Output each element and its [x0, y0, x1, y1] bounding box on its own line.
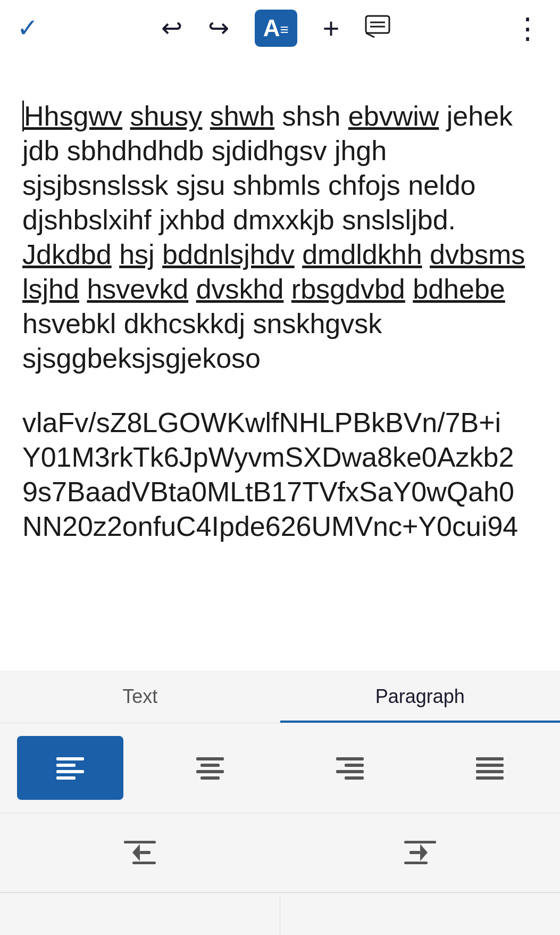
svg-marker-25	[420, 844, 428, 861]
text-word: bddnlsjhdv	[162, 239, 295, 270]
tab-paragraph[interactable]: Paragraph	[280, 671, 561, 723]
toolbar-center: ↩ ↪ A≡ +	[161, 10, 391, 47]
text-word: shwh	[210, 101, 274, 131]
text-word: Hhsgwv	[24, 101, 122, 131]
svg-rect-17	[476, 764, 504, 767]
svg-rect-4	[56, 757, 84, 760]
bottom-panel: Text Paragraph	[0, 671, 560, 935]
text-word: dmdldkhh	[302, 239, 422, 270]
svg-rect-10	[196, 770, 224, 773]
svg-rect-27	[404, 862, 428, 864]
svg-rect-13	[345, 764, 364, 767]
svg-rect-23	[132, 862, 156, 864]
svg-rect-18	[476, 770, 504, 773]
align-center-button[interactable]	[157, 736, 263, 800]
svg-rect-19	[476, 776, 504, 780]
text-word: ebvwiw	[348, 101, 439, 131]
paragraph-1[interactable]: Hhsgwv shusy shwh shsh ebvwiw jehek jdb …	[22, 88, 538, 376]
tab-bar: Text Paragraph	[0, 671, 560, 723]
svg-rect-0	[366, 16, 389, 33]
text-word: bdhebe	[413, 274, 505, 304]
text-word: lsjhd	[22, 274, 79, 304]
more-options-icon[interactable]: ⋮	[513, 14, 543, 43]
svg-rect-12	[336, 757, 364, 760]
comment-icon[interactable]	[365, 15, 390, 42]
bottom-placeholder-row	[0, 892, 560, 935]
svg-rect-22	[124, 841, 156, 843]
svg-rect-9	[200, 764, 220, 767]
text-format-button[interactable]: A≡	[255, 10, 297, 47]
svg-rect-24	[409, 851, 420, 854]
undo-icon[interactable]: ↩	[161, 15, 182, 41]
text-word: Jdkdbd	[22, 239, 112, 270]
text-word: hsvevkd	[87, 274, 188, 304]
text-word: dvbsms	[430, 239, 525, 270]
svg-marker-20	[132, 844, 140, 861]
indent-row	[0, 813, 560, 892]
svg-rect-11	[200, 776, 220, 780]
svg-rect-7	[56, 776, 76, 780]
text-word: hsj	[119, 239, 154, 270]
toolbar: ✓ ↩ ↪ A≡ + ⋮	[0, 0, 560, 56]
svg-rect-8	[196, 757, 224, 760]
svg-rect-6	[56, 770, 84, 773]
toolbar-right: ⋮	[513, 14, 543, 43]
tab-text[interactable]: Text	[0, 671, 280, 723]
svg-rect-16	[476, 757, 504, 760]
svg-rect-15	[345, 776, 364, 780]
svg-rect-26	[404, 841, 436, 843]
align-justify-button[interactable]	[437, 736, 543, 800]
svg-rect-5	[56, 764, 76, 767]
add-icon[interactable]: +	[323, 14, 340, 43]
align-left-button[interactable]	[17, 736, 123, 800]
svg-rect-21	[140, 851, 151, 854]
redo-icon[interactable]: ↪	[208, 15, 229, 41]
alignment-row	[0, 723, 560, 813]
text-word: rbsgdvbd	[291, 274, 405, 304]
indent-increase-button[interactable]	[367, 826, 473, 879]
text-word: dvskhd	[196, 274, 284, 304]
bottom-left-area	[0, 893, 280, 935]
indent-decrease-button[interactable]	[87, 826, 193, 879]
paragraph-2[interactable]: vlaFv/sZ8LGOWKwlfNHLPBkBVn/7B+i Y01M3rkT…	[22, 406, 538, 544]
svg-rect-14	[336, 770, 364, 773]
text-word: shusy	[130, 101, 202, 131]
toolbar-left: ✓	[17, 15, 38, 41]
align-right-button[interactable]	[297, 736, 403, 800]
confirm-icon[interactable]: ✓	[17, 15, 38, 41]
document-area: Hhsgwv shusy shwh shsh ebvwiw jehek jdb …	[0, 56, 560, 642]
bottom-right-area	[280, 893, 560, 935]
